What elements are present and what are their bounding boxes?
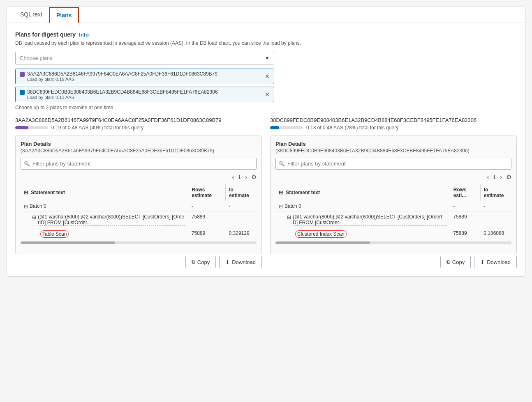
plan-right-bar-bg: [270, 126, 303, 129]
expand-icon[interactable]: ⊟: [32, 214, 36, 220]
search-icon-right: 🔍: [279, 161, 285, 167]
rows-est-cell: -: [450, 201, 480, 212]
plans-header: Plans for digest query Info DB load caus…: [15, 31, 517, 47]
download-icon-right: ⬇: [480, 259, 485, 265]
expand-icon[interactable]: ⊟: [287, 214, 291, 220]
expand-all-icon-right[interactable]: ⊟: [279, 190, 283, 195]
plan-tag-name-2: 38DC899FEDC0B9E908403B6E1A32B9CD4B884E68…: [27, 89, 218, 95]
download-button-right[interactable]: ⬇ Download: [474, 256, 517, 268]
plan-left-aas-text: 0.19 of 0.48 AAS (40%) total for this qu…: [51, 125, 143, 131]
table-row: Table Scan 75889 0.329129: [21, 228, 257, 240]
plan-left-details-id: (3AA2A3C886D5A2B6146FA9979F64C0EA6AAC8F2…: [21, 148, 257, 154]
plan-left-details-title: Plan Details: [21, 141, 257, 147]
stmt-cell: Table Scan: [21, 228, 188, 240]
plan-right-details-id: (38DC899FEDC0B9E908403B6E1A32B9CD4B884E6…: [275, 148, 511, 154]
tab-plans[interactable]: Plans: [49, 7, 79, 23]
copy-button-right[interactable]: ⧉ Copy: [440, 256, 471, 268]
io-est-cell: 0.329129: [226, 228, 257, 240]
plan-left-col-stmt: ⊟ Statement text: [21, 184, 188, 201]
tab-bar: SQL text Plans: [7, 7, 525, 23]
table-row: ⊟ (@1 varchar(8000),@2 varchar(8000))SEL…: [275, 212, 511, 228]
table-row: ⊟ Batch 0 - -: [21, 201, 257, 212]
stmt-text: Batch 0: [285, 203, 301, 209]
stmt-text-dotted: (@1 varchar(8000),@2 varchar(8000))SELEC…: [38, 214, 185, 226]
gear-icon-left[interactable]: ⚙: [251, 173, 257, 181]
stmt-text: Batch 0: [30, 203, 46, 209]
plan-right-id: 38DC899FEDC0B9E908403B6E1A32B9CD4B884E68…: [270, 117, 517, 123]
table-scan-label: Table Scan: [40, 230, 69, 238]
stmt-cell: ⊟ Batch 0: [275, 201, 450, 212]
download-button-left[interactable]: ⬇ Download: [219, 256, 262, 268]
plans-description: DB load caused by each plan is represent…: [15, 39, 517, 47]
plan-right-bar-fill: [270, 126, 279, 129]
plan-tag-load-1: Load by plan: 0.19 AAS: [27, 77, 217, 82]
plan-right-table: ⊟ Statement text Rows esti... Io estimat…: [275, 184, 511, 240]
copy-icon-left: ⧉: [192, 259, 195, 265]
plan-left-filter-wrap: 🔍: [21, 158, 257, 170]
plan-right-prev-btn[interactable]: ‹: [485, 173, 490, 181]
stmt-cell: Clustered Index Scan: [275, 228, 450, 240]
plan-left-actions: ⧉ Copy ⬇ Download: [15, 256, 262, 268]
plan-tag-1: 3AA2A3C886D5A2B6146FA9979F64C0EA6AAC8F25…: [15, 69, 274, 84]
io-est-cell: 0.186088: [480, 228, 511, 240]
plan-left-filter-input[interactable]: [21, 158, 257, 170]
plan-color-indicator-2: [20, 90, 25, 95]
plan-left-page-num: 1: [238, 174, 241, 180]
plan-right-page-num: 1: [493, 174, 496, 180]
plan-tag-load-2: Load by plan: 0.13 AAS: [27, 95, 218, 100]
plan-left-pagination: ‹ 1 › ⚙: [21, 173, 257, 181]
io-est-cell: -: [226, 201, 257, 212]
scroll-bar-right[interactable]: [275, 241, 511, 244]
io-est-cell: -: [226, 212, 257, 228]
tab-sql-text[interactable]: SQL text: [14, 7, 49, 23]
plan-right-filter-wrap: 🔍: [275, 158, 511, 170]
info-link[interactable]: Info: [79, 32, 89, 38]
stmt-text-dotted: (@1 varchar(8000),@2 varchar(8000))SELEC…: [293, 214, 446, 226]
rows-est-cell: 75889: [450, 212, 480, 228]
plan-right: 38DC899FEDC0B9E908403B6E1A32B9CD4B884E68…: [270, 117, 517, 268]
expand-all-icon-left[interactable]: ⊟: [24, 190, 28, 195]
expand-icon[interactable]: ⊟: [279, 204, 283, 209]
plan-left-col-rows: Rows estimate: [188, 184, 226, 201]
plan-right-col-rows: Rows esti...: [450, 184, 480, 201]
expand-icon[interactable]: ⊟: [24, 204, 28, 209]
scroll-bar-left[interactable]: [21, 241, 257, 244]
search-icon-left: 🔍: [24, 161, 30, 167]
plan-right-filter-input[interactable]: [275, 158, 511, 170]
rows-est-cell: 75889: [188, 228, 226, 240]
plan-left-bar-bg: [15, 126, 48, 129]
io-est-cell: -: [480, 212, 511, 228]
stmt-cell: ⊟ (@1 varchar(8000),@2 varchar(8000))SEL…: [275, 212, 450, 228]
plans-for-digest-title: Plans for digest query: [15, 31, 76, 38]
plan-close-2[interactable]: ✕: [265, 91, 270, 98]
plan-tag-name-1: 3AA2A3C886D5A2B6146FA9979F64C0EA6AAC8F25…: [27, 71, 217, 77]
plan-right-col-io: Io estimate: [480, 184, 511, 201]
plan-close-1[interactable]: ✕: [265, 73, 270, 80]
plan-left: 3AA2A3C886D5A2B6146FA9979F64C0EA6AAC8F25…: [15, 117, 262, 268]
plan-tag-2: 38DC899FEDC0B9E908403B6E1A32B9CD4B884E68…: [15, 87, 274, 102]
plan-right-next-btn[interactable]: ›: [498, 173, 504, 181]
stmt-cell: ⊟ Batch 0: [21, 201, 188, 212]
rows-est-cell: 75889: [188, 212, 226, 228]
copy-icon-right: ⧉: [446, 259, 450, 265]
plan-right-pagination: ‹ 1 › ⚙: [275, 173, 511, 181]
table-row: ⊟ Batch 0 - -: [275, 201, 511, 212]
copy-button-left[interactable]: ⧉ Copy: [185, 256, 216, 268]
plan-left-table: ⊟ Statement text Rows estimate Io estima…: [21, 184, 257, 240]
dropdown-placeholder: Choose plans: [20, 55, 53, 61]
plan-left-prev-btn[interactable]: ‹: [230, 173, 236, 181]
table-row: Clustered Index Scan 75889 0.186088: [275, 228, 511, 240]
plan-left-details-box: Plan Details (3AA2A3C886D5A2B6146FA9979F…: [15, 136, 262, 254]
plan-color-indicator-1: [20, 72, 25, 77]
plan-left-id: 3AA2A3C886D5A2B6146FA9979F64C0EA6AAC8F25…: [15, 117, 262, 123]
chevron-down-icon: ▼: [264, 55, 270, 61]
choose-plans-dropdown[interactable]: Choose plans ▼: [15, 52, 274, 64]
plan-right-details-box: Plan Details (38DC899FEDC0B9E908403B6E1A…: [270, 136, 517, 254]
clustered-index-scan-label: Clustered Index Scan: [295, 230, 347, 238]
plan-left-next-btn[interactable]: ›: [243, 173, 249, 181]
plan-right-col-stmt: ⊟ Statement text: [275, 184, 450, 201]
choose-plans-dropdown-wrap: Choose plans ▼: [15, 52, 517, 64]
gear-icon-right[interactable]: ⚙: [506, 173, 511, 181]
rows-est-cell: 75889: [450, 228, 480, 240]
stmt-cell: ⊟ (@1 varchar(8000),@2 varchar(8000))SEL…: [21, 212, 188, 228]
